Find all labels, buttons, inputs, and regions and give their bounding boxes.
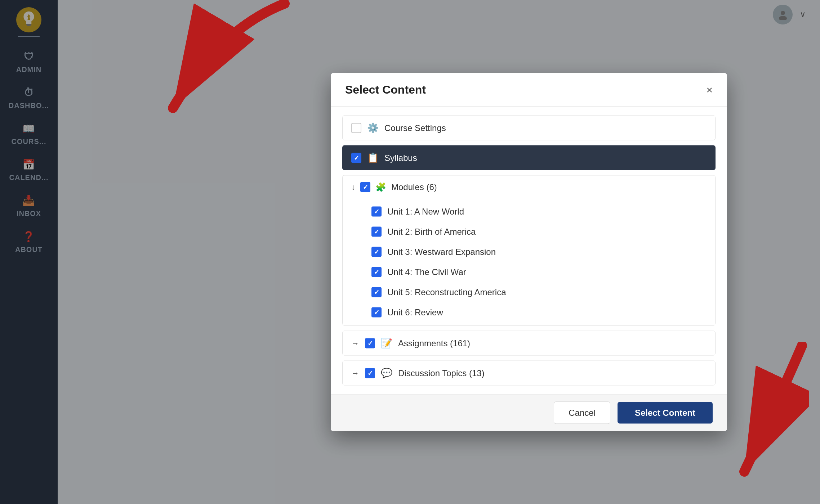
course-settings-row: ⚙️ Course Settings: [342, 116, 716, 140]
modules-label: Modules (6): [391, 182, 437, 192]
modules-expand-icon[interactable]: ↓: [351, 183, 355, 192]
discussion-topics-label: Discussion Topics (13): [398, 368, 707, 378]
dialog-footer: Cancel Select Content: [331, 394, 727, 431]
module-1-label: Unit 1: A New World: [387, 207, 464, 217]
assignments-icon: 📝: [381, 338, 392, 349]
module-6-label: Unit 6: Review: [387, 307, 443, 318]
list-item: Unit 5: Reconstructing America: [343, 282, 715, 302]
assignments-row: → 📝 Assignments (161): [342, 331, 716, 356]
module-3-checkbox[interactable]: [371, 247, 382, 257]
modules-list: Unit 1: A New World Unit 2: Birth of Ame…: [343, 199, 715, 325]
discussion-checkbox[interactable]: [365, 368, 375, 378]
list-item: Unit 4: The Civil War: [343, 262, 715, 282]
syllabus-icon: 📋: [367, 152, 379, 163]
dialog-close-button[interactable]: ×: [706, 84, 713, 95]
module-5-label: Unit 5: Reconstructing America: [387, 287, 506, 297]
list-item: Unit 1: A New World: [343, 202, 715, 222]
modules-checkbox[interactable]: [360, 182, 370, 192]
discussion-topics-row: → 💬 Discussion Topics (13): [342, 361, 716, 386]
course-settings-label: Course Settings: [384, 123, 707, 133]
dialog-body: ⚙️ Course Settings 📋 Syllabus ↓ 🧩 Module…: [331, 107, 727, 394]
syllabus-checkbox[interactable]: [351, 153, 361, 163]
course-settings-icon: ⚙️: [367, 122, 379, 134]
syllabus-row: 📋 Syllabus: [342, 145, 716, 170]
module-3-label: Unit 3: Westward Expansion: [387, 247, 496, 257]
modules-section: ↓ 🧩 Modules (6) Unit 1: A New World Unit…: [342, 175, 716, 326]
assignments-expand-icon[interactable]: →: [351, 338, 359, 348]
course-settings-checkbox[interactable]: [351, 123, 361, 133]
select-content-button[interactable]: Select Content: [618, 402, 713, 424]
module-2-label: Unit 2: Birth of America: [387, 227, 476, 237]
module-5-checkbox[interactable]: [371, 287, 382, 297]
syllabus-label: Syllabus: [384, 153, 707, 163]
dialog-title: Select Content: [345, 83, 426, 96]
discussion-expand-icon[interactable]: →: [351, 368, 359, 378]
module-2-checkbox[interactable]: [371, 227, 382, 237]
list-item: Unit 3: Westward Expansion: [343, 242, 715, 262]
module-1-checkbox[interactable]: [371, 207, 382, 217]
assignments-label: Assignments (161): [398, 338, 707, 348]
modules-header: ↓ 🧩 Modules (6): [343, 176, 715, 199]
list-item: Unit 2: Birth of America: [343, 222, 715, 242]
select-content-dialog: Select Content × ⚙️ Course Settings 📋 Sy…: [331, 73, 727, 431]
modules-icon: 🧩: [375, 182, 386, 192]
module-4-checkbox[interactable]: [371, 267, 382, 277]
dialog-header: Select Content ×: [331, 73, 727, 107]
assignments-checkbox[interactable]: [365, 338, 375, 348]
discussion-icon: 💬: [381, 368, 392, 379]
module-4-label: Unit 4: The Civil War: [387, 267, 466, 277]
module-6-checkbox[interactable]: [371, 307, 382, 318]
cancel-button[interactable]: Cancel: [554, 402, 610, 424]
list-item: Unit 6: Review: [343, 302, 715, 323]
